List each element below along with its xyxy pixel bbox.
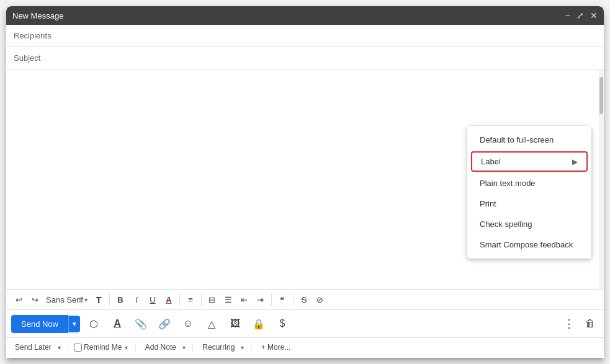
recurring-group: Recurring ▾	[199, 340, 245, 354]
formatting-toolbar: ↩ ↪ Sans Serif ▾ T B I U A ≡ ⊟ ☰ ⇤ ⇥ ❝ S…	[6, 290, 604, 310]
delete-draft-button[interactable]: 🗑	[581, 315, 599, 332]
menu-item-default-fullscreen[interactable]: Default to full-screen	[467, 130, 591, 150]
compose-window: New Message − ⤢ ✕ Recipients Subject ↩ ↪…	[6, 6, 604, 358]
strikethrough-button[interactable]: S	[297, 292, 312, 307]
send-later-label[interactable]: Send Later	[11, 340, 55, 354]
minimize-button[interactable]: −	[565, 11, 570, 20]
font-family-arrow: ▾	[84, 296, 87, 303]
context-menu: Default to full-screen Label ▶ Plain tex…	[467, 126, 591, 259]
font-family-label: Sans Serif	[46, 295, 83, 304]
remind-me-checkbox[interactable]	[74, 344, 82, 352]
scrollbar-track[interactable]	[599, 69, 604, 289]
menu-item-smart-compose[interactable]: Smart Compose feedback	[467, 234, 591, 255]
more-label[interactable]: + More...	[258, 340, 295, 354]
text-color-button[interactable]: A	[161, 292, 176, 307]
bulleted-list-button[interactable]: ☰	[221, 292, 236, 307]
menu-item-check-spelling[interactable]: Check spelling	[467, 214, 591, 234]
recipients-row: Recipients	[6, 25, 604, 47]
emoji-button[interactable]: ☺	[178, 314, 198, 334]
window-title: New Message	[12, 11, 63, 20]
send-button-group: Send Now ▾	[11, 315, 80, 333]
subject-input[interactable]	[51, 53, 596, 63]
remove-format-button[interactable]: ⊘	[313, 292, 328, 307]
align-button[interactable]: ≡	[183, 292, 198, 307]
trello-icon-button[interactable]: ⬡	[84, 314, 104, 334]
recurring-label[interactable]: Recurring	[199, 340, 238, 354]
redo-button[interactable]: ↪	[27, 292, 42, 307]
remind-me-arrow[interactable]: ▾	[123, 344, 129, 351]
bold-button[interactable]: B	[113, 292, 128, 307]
quote-button[interactable]: ❝	[275, 292, 290, 307]
menu-item-check-spelling-label: Check spelling	[480, 220, 532, 229]
remind-me-label: Remind Me	[84, 343, 122, 352]
underline-button[interactable]: U	[145, 292, 160, 307]
link-button[interactable]: 🔗	[155, 314, 174, 334]
toolbar-area: ↩ ↪ Sans Serif ▾ T B I U A ≡ ⊟ ☰ ⇤ ⇥ ❝ S…	[6, 289, 604, 358]
separator-4	[271, 293, 272, 306]
indent-less-button[interactable]: ⇤	[237, 292, 252, 307]
add-note-group: Add Note ▾	[141, 340, 187, 354]
add-note-label[interactable]: Add Note	[141, 340, 180, 354]
recipients-label: Recipients	[14, 31, 52, 40]
menu-item-smart-compose-label: Smart Compose feedback	[480, 240, 573, 249]
resize-button[interactable]: ⤢	[576, 11, 584, 20]
menu-item-label[interactable]: Label ▶	[471, 151, 588, 172]
close-button[interactable]: ✕	[590, 11, 598, 20]
font-size-button[interactable]: T	[91, 292, 106, 307]
send-arrow-button[interactable]: ▾	[68, 316, 80, 332]
photo-button[interactable]: 🖼	[225, 314, 245, 334]
attachment-button[interactable]: 📎	[131, 314, 151, 334]
italic-button[interactable]: I	[129, 292, 144, 307]
menu-item-label-text: Label	[481, 157, 501, 166]
menu-item-print[interactable]: Print	[467, 193, 591, 214]
signature-button[interactable]: $	[272, 314, 292, 334]
drive-button[interactable]: △	[202, 314, 222, 334]
subject-label: Subject	[14, 53, 51, 63]
send-later-bar: Send Later ▾ | Remind Me ▾ | Add Note ▾ …	[6, 337, 604, 358]
recipients-input[interactable]	[52, 31, 596, 40]
title-bar-actions: − ⤢ ✕	[565, 11, 598, 20]
send-later-group: Send Later ▾	[11, 340, 62, 354]
scrollbar-thumb[interactable]	[599, 77, 603, 114]
send-later-arrow[interactable]: ▾	[56, 344, 62, 351]
separator-1	[109, 293, 110, 306]
menu-item-plain-text-label: Plain text mode	[480, 179, 536, 188]
text-color-icon-button[interactable]: A	[107, 314, 127, 334]
bottom-toolbar: Send Now ▾ ⬡ A 📎 🔗 ☺ △ 🖼 🔒 $ ⋮ 🗑	[6, 310, 604, 337]
font-family-selector[interactable]: Sans Serif ▾	[43, 294, 90, 306]
lock-button[interactable]: 🔒	[249, 314, 269, 334]
menu-item-default-fullscreen-label: Default to full-screen	[480, 135, 554, 144]
separator-2	[179, 293, 180, 306]
indent-more-button[interactable]: ⇥	[253, 292, 268, 307]
separator-5	[293, 293, 294, 306]
submenu-arrow-icon: ▶	[572, 158, 578, 166]
numbered-list-button[interactable]: ⊟	[205, 292, 220, 307]
recurring-arrow[interactable]: ▾	[240, 344, 245, 351]
menu-item-print-label: Print	[480, 199, 496, 208]
title-bar: New Message − ⤢ ✕	[6, 6, 604, 25]
remind-me-option: Remind Me ▾	[74, 343, 129, 352]
subject-row: Subject	[6, 47, 604, 69]
separator-3	[201, 293, 202, 306]
more-options-button[interactable]: ⋮	[560, 315, 578, 332]
undo-button[interactable]: ↩	[11, 292, 26, 307]
add-note-arrow[interactable]: ▾	[181, 344, 187, 351]
send-now-button[interactable]: Send Now	[11, 315, 68, 333]
menu-item-plain-text[interactable]: Plain text mode	[467, 173, 591, 193]
